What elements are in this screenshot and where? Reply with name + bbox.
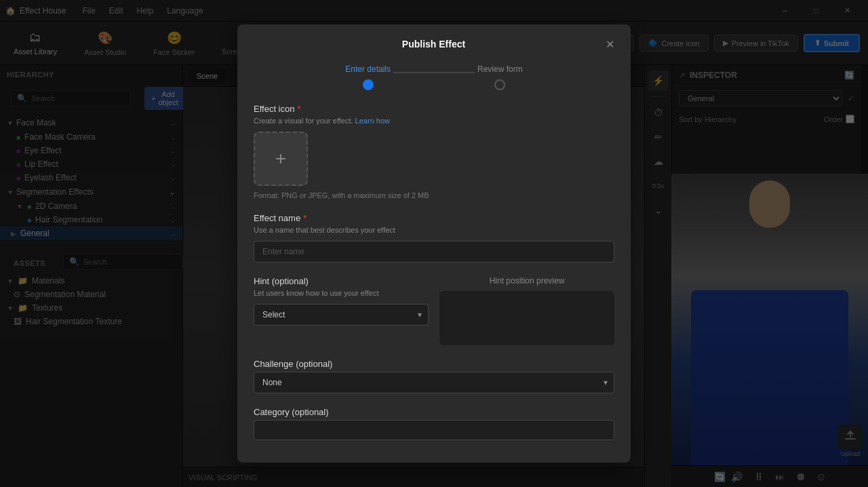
challenge-select[interactable]: None (254, 372, 614, 393)
publish-effect-modal: Publish Effect ✕ Enter details Review fo… (237, 24, 631, 463)
icon-upload-box[interactable]: + (254, 132, 308, 186)
modal-title: Publish Effect (264, 39, 603, 50)
hint-label: Hint (optional) (254, 276, 429, 286)
step-circle-1 (363, 79, 374, 90)
modal-body: Effect icon * Create a visual for your e… (237, 104, 631, 463)
step-enter-details: Enter details (345, 64, 391, 90)
hint-left: Hint (optional) Let users know how to us… (254, 276, 429, 345)
hint-right: Hint position preview (439, 276, 614, 345)
modal-header: Publish Effect ✕ (237, 24, 631, 54)
format-hint: Format: PNG or JPEG, with a maximum size… (254, 191, 614, 199)
challenge-section: Challenge (optional) None (254, 359, 614, 393)
hint-select[interactable]: Select (254, 304, 429, 326)
step-review-form: Review form (477, 64, 523, 90)
hint-layout: Hint (optional) Let users know how to us… (254, 276, 614, 345)
hint-preview-label: Hint position preview (439, 276, 614, 286)
hint-select-wrapper: Select (254, 304, 429, 326)
required-marker-2: * (303, 213, 307, 223)
effect-name-input[interactable] (254, 241, 614, 262)
effect-icon-sublabel: Create a visual for your effect. Learn h… (254, 117, 614, 125)
effect-icon-section: Effect icon * Create a visual for your e… (254, 104, 614, 199)
effect-name-section: Effect name * Use a name that best descr… (254, 213, 614, 262)
upload-plus-icon: + (275, 148, 286, 170)
steps-indicator: Enter details Review form (237, 54, 631, 104)
challenge-label: Challenge (optional) (254, 359, 614, 369)
challenge-select-wrapper: None (254, 372, 614, 393)
step-connector (393, 72, 475, 73)
effect-name-sublabel: Use a name that best describes your effe… (254, 226, 614, 234)
modal-close-button[interactable]: ✕ (603, 35, 617, 54)
category-section: Category (optional) (254, 407, 614, 440)
hint-section: Hint (optional) Let users know how to us… (254, 276, 614, 345)
category-input-placeholder (254, 420, 614, 440)
learn-how-link[interactable]: Learn how (355, 117, 390, 125)
required-marker: * (297, 104, 300, 114)
hint-sublabel: Let users know how to use your effect (254, 289, 429, 297)
effect-icon-label: Effect icon * (254, 104, 614, 114)
category-label: Category (optional) (254, 407, 614, 417)
step-enter-details-label: Enter details (345, 64, 391, 74)
step-review-form-label: Review form (477, 64, 523, 74)
step-circle-2 (494, 79, 505, 90)
hint-preview-area (439, 291, 614, 345)
effect-name-label: Effect name * (254, 213, 614, 223)
modal-overlay: Publish Effect ✕ Enter details Review fo… (0, 0, 868, 487)
